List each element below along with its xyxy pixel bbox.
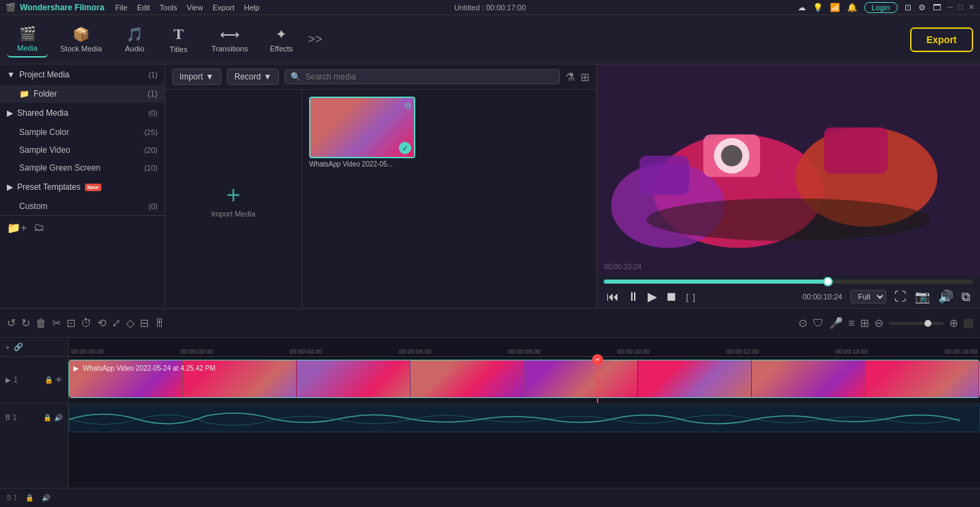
progress-bar[interactable] (604, 280, 973, 284)
media-grid: ⧉ ✓ WhatsApp Video 2022-05... (302, 90, 422, 308)
fullscreen-icon[interactable]: ⛶ (894, 290, 907, 304)
mask-button[interactable]: 🛡 (813, 317, 824, 330)
toolbar-more-button[interactable]: >> (305, 32, 325, 47)
cloud-icon: ☁ (798, 3, 806, 12)
sidebar-bottom-controls: 📁+ 🗂 (0, 215, 164, 240)
sidebar-sample-color-label: Sample Color (19, 127, 69, 137)
crop-button[interactable]: ⊡ (66, 317, 75, 330)
grid-view-icon[interactable]: ⊞ (580, 71, 589, 84)
record-button[interactable]: Record ▼ (227, 69, 280, 85)
sidebar-project-media-header[interactable]: ▼ Project Media (1) (0, 64, 164, 85)
media-thumb-item[interactable]: ⧉ ✓ WhatsApp Video 2022-05... (309, 97, 415, 301)
close-button[interactable]: ✕ (968, 3, 975, 12)
bracket-start[interactable]: [ (686, 292, 689, 302)
preview-panel: 00:00:10:24 ⏮ ⏸ ▶ ⏹ [ ] 00:00:10:24 Fu (596, 64, 980, 308)
playhead[interactable]: ✂ (597, 357, 598, 403)
overlay-button[interactable]: ⊞ (860, 317, 869, 330)
sidebar-shared-media-header[interactable]: ▶ Shared Media (0) (0, 103, 164, 123)
zoom-in-button[interactable]: ⊕ (949, 317, 958, 330)
search-media-box[interactable]: 🔍 (284, 69, 560, 84)
mic-button[interactable]: 🎤 (829, 317, 843, 330)
login-button[interactable]: Login (864, 2, 898, 13)
titles-icon: T (173, 25, 184, 43)
wifi-icon: 📶 (830, 3, 840, 12)
toolbar-effects[interactable]: ✦ Effects (260, 22, 302, 57)
undo-button[interactable]: ↺ (7, 317, 16, 330)
menu-export[interactable]: Export (212, 3, 234, 12)
import-button[interactable]: Import ▼ (172, 69, 221, 85)
toolbar-titles[interactable]: T Titles (158, 21, 199, 58)
sidebar-sample-color[interactable]: Sample Color (25) (0, 123, 164, 141)
motion-button[interactable]: ⊙ (798, 317, 807, 330)
add-track-icon[interactable]: + (5, 343, 10, 351)
menu-view[interactable]: View (187, 3, 204, 12)
volume-icon[interactable]: 🔊 (938, 289, 953, 304)
audio-adjust-button[interactable]: 🎚 (154, 317, 165, 330)
new-folder-icon[interactable]: 🗂 (34, 221, 45, 234)
video-clip[interactable]: ▶ WhatsApp Video 2022-05-24 at 4.25.42 P… (69, 360, 980, 398)
audio-waveform (69, 405, 980, 432)
toolbar-stock-media[interactable]: 📦 Stock Media (51, 22, 112, 57)
import-area[interactable]: + Import Media (165, 90, 302, 308)
toolbar-audio[interactable]: 🎵 Audio (114, 22, 156, 57)
pip-icon[interactable]: ⧉ (961, 290, 970, 304)
mark-button[interactable]: ◇ (126, 317, 134, 330)
sidebar-sample-video-count: (20) (144, 146, 158, 154)
track-b-lock-icon[interactable]: 🔒 (43, 414, 51, 421)
zoom-slider[interactable] (889, 322, 944, 325)
menu-edit[interactable]: Edit (137, 3, 150, 12)
zoom-out-button[interactable]: ⊖ (874, 317, 883, 330)
timeline-video-track-label: ▶ 1 🔒 👁 (0, 357, 68, 404)
timeline-body: + 🔗 ▶ 1 🔒 👁 B 1 🔒 🔊 00:00:00:00 00:00:02… (0, 338, 980, 488)
play-button[interactable]: ▶ (648, 289, 657, 304)
quality-select[interactable]: Full 1/2 1/4 (850, 290, 886, 304)
sidebar-custom[interactable]: Custom (0) (0, 197, 164, 215)
track-eye-icon[interactable]: 👁 (56, 376, 62, 384)
sidebar-shared-media-label: Shared Media (17, 108, 69, 118)
step-back-button[interactable]: ⏮ (607, 290, 619, 304)
adjust-button[interactable]: ⊟ (140, 317, 149, 330)
sidebar-preset-templates-header[interactable]: ▶ Preset Templates New (0, 177, 164, 197)
chevron-down-icon: ▼ (7, 70, 15, 79)
sidebar-sample-video[interactable]: Sample Video (20) (0, 141, 164, 159)
timer-button[interactable]: ⏱ (81, 317, 92, 330)
track-lock-icon[interactable]: 🔒 (45, 376, 53, 384)
new-badge: New (85, 184, 101, 191)
titles-label: Titles (170, 45, 188, 53)
svg-rect-5 (824, 127, 887, 173)
sidebar-sample-green-screen[interactable]: Sample Green Screen (10) (0, 159, 164, 177)
svg-point-9 (646, 198, 930, 240)
add-folder-icon[interactable]: 📁+ (7, 221, 27, 234)
search-media-input[interactable] (305, 72, 554, 82)
bracket-end[interactable]: ] (693, 292, 696, 302)
stop-button[interactable]: ⏹ (665, 290, 678, 304)
filter-icon[interactable]: ⚗ (565, 71, 575, 84)
menu-tools[interactable]: Tools (160, 3, 177, 12)
media-panel: Import ▼ Record ▼ 🔍 ⚗ ⊞ + Import Media (165, 64, 596, 308)
caption-button[interactable]: ≡ (848, 317, 855, 330)
redo-button[interactable]: ↻ (21, 317, 30, 330)
sidebar-folder-item[interactable]: 📁 Folder (1) (0, 85, 164, 103)
track-b-sound-icon[interactable]: 🔊 (54, 414, 62, 421)
record-dropdown-icon: ▼ (264, 72, 272, 82)
link-icon[interactable]: 🔗 (14, 343, 23, 351)
color-swatch (964, 319, 973, 328)
toolbar-media[interactable]: 🎬 Media (7, 21, 48, 58)
cut-button[interactable]: ✂ (52, 317, 61, 330)
menu-help[interactable]: Help (244, 3, 260, 12)
toolbar-transitions[interactable]: ⟷ Transitions (202, 22, 258, 57)
maximize-button[interactable]: □ (958, 3, 963, 12)
snapshot-icon[interactable]: 📷 (915, 289, 930, 304)
track-play-icon: ▶ (5, 376, 11, 384)
pause-button[interactable]: ⏸ (627, 290, 639, 304)
effects-icon: ✦ (275, 26, 287, 42)
transform-button[interactable]: ⟲ (97, 317, 106, 330)
delete-button[interactable]: 🗑 (36, 317, 47, 330)
menu-file[interactable]: File (115, 3, 127, 12)
export-button[interactable]: Export (910, 27, 973, 52)
fit-button[interactable]: ⤢ (112, 317, 121, 330)
timeline-status: B 1 🔒 🔊 (0, 488, 980, 507)
import-dropdown-icon: ▼ (206, 72, 214, 82)
video-track-area: ▶ WhatsApp Video 2022-05-24 at 4.25.42 P… (69, 357, 980, 404)
minimize-button[interactable]: ─ (948, 3, 953, 12)
